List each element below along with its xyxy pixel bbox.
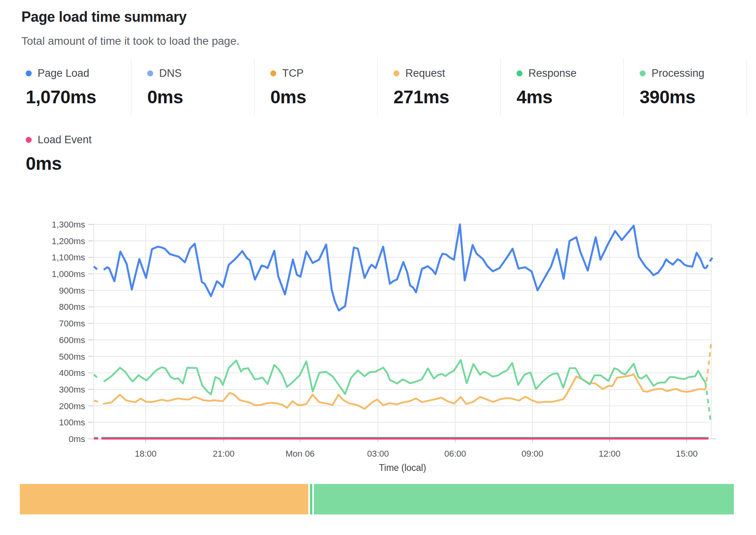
dns-dot: [147, 70, 153, 76]
svg-text:06:00: 06:00: [444, 449, 466, 459]
svg-text:900ms: 900ms: [59, 286, 85, 296]
legend-item-tcp: TCP 0ms: [255, 59, 378, 116]
timeseries-chart[interactable]: 0ms100ms200ms300ms400ms500ms600ms700ms80…: [0, 216, 756, 482]
svg-text:Time (local): Time (local): [379, 463, 426, 473]
svg-text:500ms: 500ms: [59, 352, 85, 362]
svg-text:600ms: 600ms: [59, 335, 85, 345]
svg-text:1,100ms: 1,100ms: [52, 252, 85, 262]
svg-text:400ms: 400ms: [59, 368, 85, 378]
request-dot: [393, 70, 399, 76]
legend-item-request: Request 271ms: [378, 59, 501, 116]
bar-segment-passing-period[interactable]: [314, 484, 734, 514]
svg-text:200ms: 200ms: [59, 401, 85, 411]
legend-label: Request: [405, 67, 445, 80]
svg-text:03:00: 03:00: [367, 449, 389, 459]
bar-segment-short-period[interactable]: [310, 484, 312, 514]
page-subtitle: Total amount of time it took to load the…: [21, 35, 239, 47]
tcp-dot: [270, 70, 276, 76]
legend-label: Load Event: [38, 134, 92, 146]
processing-dot: [640, 70, 646, 76]
legend-item-load-event: Load Event 0ms: [21, 125, 180, 180]
svg-text:15:00: 15:00: [676, 449, 697, 459]
svg-text:300ms: 300ms: [59, 385, 85, 395]
svg-text:1,200ms: 1,200ms: [52, 236, 85, 246]
svg-text:700ms: 700ms: [59, 319, 85, 328]
status-timeline-bar[interactable]: [20, 484, 734, 514]
svg-text:12:00: 12:00: [598, 449, 620, 459]
legend-item-response: Response 4ms: [501, 59, 624, 116]
svg-text:Mon 06: Mon 06: [285, 449, 314, 459]
svg-text:1,000ms: 1,000ms: [52, 269, 85, 279]
legend-label: TCP: [282, 67, 304, 80]
legend-item-processing: Processing 390ms: [624, 59, 747, 116]
legend-label: Processing: [652, 67, 705, 80]
svg-text:1,300ms: 1,300ms: [52, 220, 85, 230]
legend-value: 390ms: [640, 86, 747, 108]
page-load-dot: [26, 70, 32, 76]
load-event-dot: [26, 137, 32, 143]
legend-value: 271ms: [393, 86, 500, 108]
svg-text:09:00: 09:00: [521, 449, 543, 459]
svg-text:800ms: 800ms: [59, 302, 85, 312]
response-dot: [517, 70, 522, 76]
legend-item-page-load: Page Load 1,070ms: [21, 59, 131, 116]
legend-label: Page Load: [38, 67, 89, 80]
legend-label: Response: [528, 67, 577, 80]
legend-value: 0ms: [26, 153, 180, 174]
legend-value: 0ms: [147, 86, 254, 108]
legend-value: 1,070ms: [26, 86, 131, 108]
legend-value: 0ms: [270, 86, 377, 108]
svg-text:21:00: 21:00: [213, 449, 234, 459]
svg-text:0ms: 0ms: [68, 434, 85, 444]
svg-text:100ms: 100ms: [59, 417, 85, 427]
svg-text:18:00: 18:00: [135, 449, 156, 459]
legend-label: DNS: [159, 67, 182, 80]
bar-segment-degraded-period[interactable]: [20, 484, 308, 514]
legend-value: 4ms: [517, 86, 623, 108]
page-title: Page load time summary: [21, 9, 187, 25]
legend-item-dns: DNS 0ms: [131, 59, 255, 116]
metrics-legend: Page Load 1,070ms DNS 0ms TCP 0ms Reques…: [21, 59, 748, 116]
